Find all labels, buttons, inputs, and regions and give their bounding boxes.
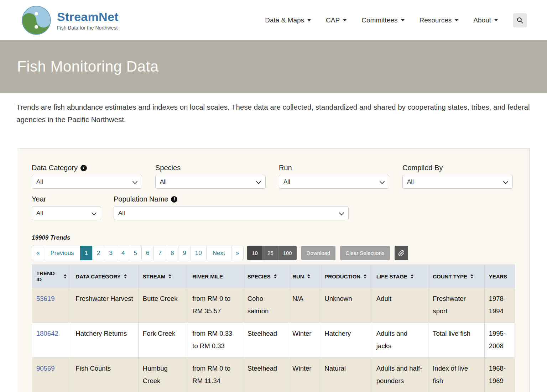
sort-icon xyxy=(470,274,473,278)
trends-table: TREND ID DATA CATEGORY STREAM RIVER MILE… xyxy=(32,265,515,392)
column-header-production[interactable]: PRODUCTION xyxy=(320,265,372,288)
page-title: Fish Monitoring Data xyxy=(17,58,159,75)
pagination-page-8[interactable]: 8 xyxy=(166,246,178,260)
filter-population-name: Population Name All xyxy=(114,195,349,220)
results-count: 19909 Trends xyxy=(32,234,515,241)
filter-row-2: Year All Population Name All xyxy=(32,195,515,220)
results-toolbar: « Previous 1 2 3 4 5 6 7 8 9 10 Next » 1… xyxy=(32,246,515,260)
column-header-run[interactable]: RUN xyxy=(288,265,320,288)
paperclip-icon xyxy=(398,250,405,256)
cell-run: Winter xyxy=(288,323,320,358)
nav-cap[interactable]: CAP xyxy=(326,16,347,24)
page-size-100-button[interactable]: 100 xyxy=(278,246,297,260)
trend-id-link[interactable]: 53619 xyxy=(36,295,54,302)
sort-icon xyxy=(307,274,310,278)
column-header-species[interactable]: SPECIES xyxy=(243,265,288,288)
column-label: PRODUCTION xyxy=(324,273,360,279)
pagination-first[interactable]: « xyxy=(32,246,44,260)
column-header-life-stage[interactable]: LIFE STAGE xyxy=(372,265,428,288)
cell-data-category: Fish Counts xyxy=(71,358,139,392)
chevron-down-icon xyxy=(401,19,405,21)
cell-species: Coho salmon xyxy=(243,288,288,323)
pagination-page-10[interactable]: 10 xyxy=(191,246,207,260)
cell-count-type: Freshwater sport xyxy=(428,288,484,323)
compiled-by-select-wrap: All xyxy=(402,175,513,189)
column-header-trend-id[interactable]: TREND ID xyxy=(32,265,71,288)
info-icon[interactable] xyxy=(171,196,177,203)
filter-label-text: Run xyxy=(279,164,292,172)
pagination-page-5[interactable]: 5 xyxy=(129,246,141,260)
filter-panel: Data Category All Species All Run xyxy=(18,148,530,392)
brand-tagline: Fish Data for the Northwest xyxy=(57,25,119,31)
filter-label-text: Compiled By xyxy=(402,164,443,172)
trend-id-link[interactable]: 90569 xyxy=(36,365,54,372)
page-size-25-button[interactable]: 25 xyxy=(262,246,278,260)
cell-life-stage: Adult xyxy=(372,288,428,323)
pagination-page-3[interactable]: 3 xyxy=(105,246,117,260)
cell-life-stage: Adults and jacks xyxy=(372,323,428,358)
sort-icon xyxy=(124,274,127,278)
column-label: SPECIES xyxy=(248,273,271,279)
nav-label: Committees xyxy=(361,16,397,24)
column-header-data-category[interactable]: DATA CATEGORY xyxy=(71,265,139,288)
cell-run: N/A xyxy=(288,288,320,323)
filter-label: Species xyxy=(155,164,266,172)
info-icon[interactable] xyxy=(80,165,87,171)
cell-river-mile: from RM 0.33 to RM 0.33 xyxy=(188,323,243,358)
nav-committees[interactable]: Committees xyxy=(361,16,404,24)
page-banner: Fish Monitoring Data xyxy=(0,40,547,93)
cell-years: 1995-2008 xyxy=(484,323,515,358)
attachment-button[interactable] xyxy=(395,246,408,260)
species-select[interactable]: All xyxy=(155,175,266,189)
search-button[interactable] xyxy=(513,13,527,27)
download-button[interactable]: Download xyxy=(301,246,336,260)
trend-id-link[interactable]: 180642 xyxy=(36,330,58,337)
page-size-10-button[interactable]: 10 xyxy=(247,246,262,260)
nav-label: CAP xyxy=(326,16,340,24)
nav-about[interactable]: About xyxy=(473,16,498,24)
year-select[interactable]: All xyxy=(32,206,101,220)
chevron-down-icon xyxy=(494,19,498,21)
nav-data-and-maps[interactable]: Data & Maps xyxy=(265,16,311,24)
clear-selections-button[interactable]: Clear Selections xyxy=(340,246,390,260)
filter-compiled-by: Compiled By All xyxy=(402,164,513,189)
column-label: COUNT TYPE xyxy=(433,273,467,279)
data-category-select[interactable]: All xyxy=(32,175,142,189)
cell-life-stage: Adults and half-pounders xyxy=(372,358,428,392)
sort-icon xyxy=(274,274,277,278)
pagination-previous[interactable]: Previous xyxy=(44,246,80,260)
cell-production: Natural xyxy=(320,358,372,392)
chevron-down-icon xyxy=(343,19,347,21)
run-select[interactable]: All xyxy=(279,175,389,189)
table-row: 90569 Fish Counts Humbug Creek from RM 0… xyxy=(32,358,515,392)
population-name-select[interactable]: All xyxy=(114,206,349,220)
cell-trend-id: 90569 xyxy=(32,358,71,392)
compiled-by-select[interactable]: All xyxy=(402,175,513,189)
cell-count-type: Total live fish xyxy=(428,323,484,358)
site-header: StreamNet Fish Data for the Northwest Da… xyxy=(0,0,547,40)
filter-label-text: Data Category xyxy=(32,164,78,172)
column-header-stream[interactable]: STREAM xyxy=(138,265,188,288)
pagination-page-2[interactable]: 2 xyxy=(92,246,105,260)
filter-label-text: Year xyxy=(32,195,46,203)
table-row: 53619 Freshwater Harvest Butte Creek fro… xyxy=(32,288,515,323)
brand-home-link[interactable]: StreamNet Fish Data for the Northwest xyxy=(21,5,119,35)
species-select-wrap: All xyxy=(155,175,266,189)
sort-icon xyxy=(364,274,366,278)
pagination-page-7[interactable]: 7 xyxy=(153,246,166,260)
sort-icon xyxy=(411,274,413,278)
column-label: RUN xyxy=(292,273,304,279)
pagination-page-1[interactable]: 1 xyxy=(80,246,93,260)
pagination-page-4[interactable]: 4 xyxy=(117,246,129,260)
filter-label: Data Category xyxy=(32,164,142,172)
column-label: YEARS xyxy=(489,273,507,279)
intro-paragraph: Trends are fish abundance estimates and … xyxy=(16,101,531,126)
pagination-page-9[interactable]: 9 xyxy=(178,246,191,260)
pagination-next[interactable]: Next xyxy=(206,246,231,260)
column-header-count-type[interactable]: COUNT TYPE xyxy=(428,265,484,288)
pagination-page-6[interactable]: 6 xyxy=(141,246,154,260)
pagination-last[interactable]: » xyxy=(231,246,244,260)
cell-river-mile: from RM 0 to RM 11.34 xyxy=(188,358,243,392)
nav-resources[interactable]: Resources xyxy=(420,16,459,24)
filter-row-1: Data Category All Species All Run xyxy=(32,164,515,189)
